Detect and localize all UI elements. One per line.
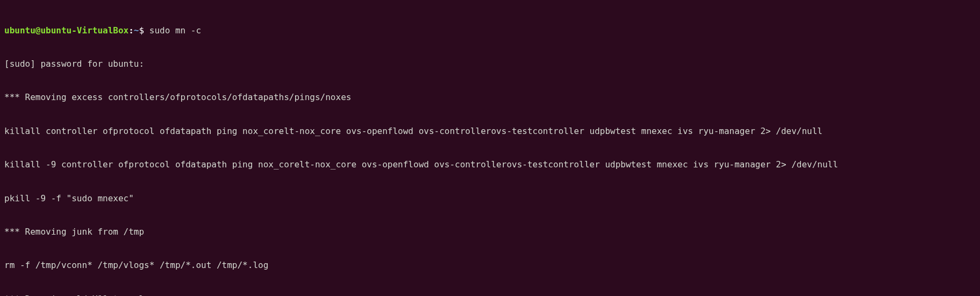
output-line: [sudo] password for ubuntu: bbox=[4, 59, 976, 70]
prompt-line: ubuntu@ubuntu-VirtualBox:~$ sudo mn -c bbox=[4, 25, 976, 37]
prompt-separator: : bbox=[128, 25, 134, 36]
output-line: *** Removing junk from /tmp bbox=[4, 227, 976, 238]
output-line: *** Removing old X11 tunnels bbox=[4, 294, 976, 296]
prompt-user-host: ubuntu@ubuntu-VirtualBox bbox=[4, 25, 128, 36]
output-line: *** Removing excess controllers/ofprotoc… bbox=[4, 92, 976, 103]
output-line: pkill -9 -f "sudo mnexec" bbox=[4, 193, 976, 205]
output-line: killall -9 controller ofprotocol ofdatap… bbox=[4, 159, 976, 171]
terminal-window[interactable]: ubuntu@ubuntu-VirtualBox:~$ sudo mn -c [… bbox=[4, 3, 976, 296]
prompt-symbol: $ bbox=[139, 25, 144, 36]
command-input: sudo mn -c bbox=[149, 25, 201, 36]
output-line: killall controller ofprotocol ofdatapath… bbox=[4, 126, 976, 137]
output-line: rm -f /tmp/vconn* /tmp/vlogs* /tmp/*.out… bbox=[4, 260, 976, 271]
